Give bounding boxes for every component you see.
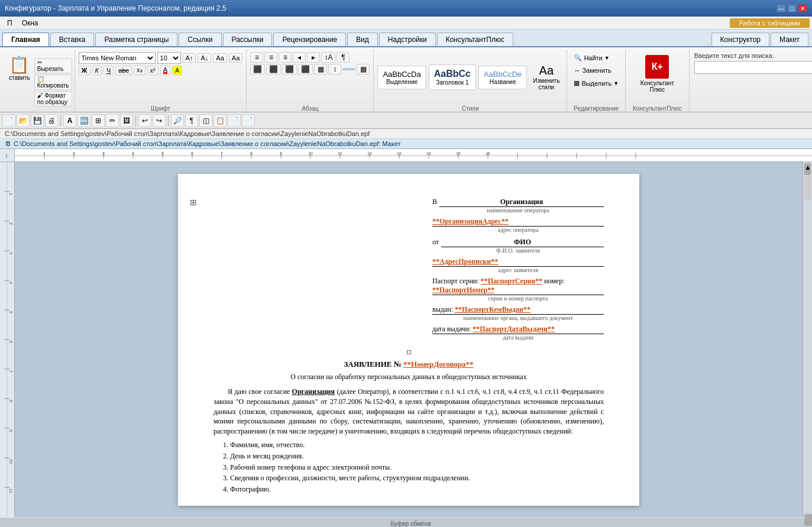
paragraph-marks-button[interactable]: ¶	[185, 114, 198, 127]
align-left-button[interactable]: ⬛	[250, 64, 265, 75]
close-button[interactable]: ✕	[798, 4, 807, 12]
doc-paragraph-1: Я даю свое согласие Организация (далее О…	[213, 387, 604, 437]
select-button[interactable]: ▦ Выделить ▼	[571, 77, 622, 89]
redo-button[interactable]: ↪	[153, 114, 166, 127]
new-button[interactable]: 📄	[2, 114, 15, 127]
align-right-button[interactable]: ⬛	[282, 64, 297, 75]
minimize-button[interactable]: —	[777, 4, 786, 12]
document-area[interactable]: ⊞ В Организация наименование оператора *…	[15, 162, 803, 518]
superscript-button[interactable]: x²	[147, 66, 158, 75]
save-button[interactable]: 💾	[31, 114, 44, 127]
styles-group: AaBbCcDa Выделение AaBbCc Заголовок 1 Aa…	[374, 50, 567, 112]
style-heading2-button[interactable]: AaBbCcDe Название	[478, 66, 527, 89]
open-button[interactable]: 📂	[17, 114, 30, 127]
font-size-select[interactable]: 10	[157, 52, 181, 64]
menu-item-okna[interactable]: Окна	[17, 18, 43, 28]
paste-button[interactable]: 📋 ставить	[5, 52, 34, 112]
sort-button[interactable]: ↕A	[321, 52, 335, 63]
addr-propiski-field: **АдресПрописки**	[432, 257, 604, 267]
bold-button[interactable]: Ж	[79, 66, 90, 75]
underline-button[interactable]: Ч	[103, 66, 114, 75]
tab-konsultant[interactable]: КонсультантПлюс	[437, 33, 513, 46]
style-normal-button[interactable]: AaBbCcDa Выделение	[377, 66, 426, 89]
list-item-3: 3. Рабочий номер телефона и адрес электр…	[223, 463, 604, 473]
replace-icon: ↔	[574, 67, 580, 74]
copy2-button[interactable]: 📋	[213, 114, 227, 127]
italic-button[interactable]: К	[92, 66, 102, 75]
doc-button[interactable]: 📄	[228, 114, 241, 127]
maximize-button[interactable]: □	[787, 4, 797, 12]
font-name-select[interactable]: Times New Roman	[79, 52, 156, 64]
copy-button[interactable]: 📋 Копировать	[34, 75, 72, 90]
strikethrough-button[interactable]: abc	[115, 66, 132, 75]
doc2-button[interactable]: 📄	[242, 114, 255, 127]
decrease-indent-button[interactable]: ◂	[293, 52, 306, 63]
undo-button[interactable]: ↩	[138, 114, 151, 127]
subscript-button[interactable]: x₂	[134, 65, 145, 75]
passport-sublabel: серия и номер паспорта	[432, 295, 604, 302]
find-icon: 🔍	[574, 54, 582, 62]
tab-review[interactable]: Рецензирование	[273, 33, 346, 46]
text-color-button[interactable]: A	[160, 65, 170, 75]
menu-bar: П Окна Работа с таблицами	[0, 17, 812, 30]
clear-format-button[interactable]: Аа	[213, 53, 227, 63]
find-button[interactable]: 🔍 Найти ▼	[571, 52, 622, 63]
highlight-button[interactable]: A	[172, 66, 182, 75]
zoom-button[interactable]: 🔎	[171, 114, 184, 127]
bullets-button[interactable]: ≡	[250, 52, 263, 63]
print-button[interactable]: 🖨	[45, 114, 58, 127]
shading-button[interactable]	[342, 68, 355, 70]
borders-button[interactable]: ▦	[357, 64, 370, 75]
scrollbar-thumb[interactable]	[804, 176, 811, 200]
A-button[interactable]: A	[63, 114, 76, 127]
konsultant-button[interactable]: К+ КонсультантПлюс	[635, 52, 680, 96]
multilevel-button[interactable]: ≡	[279, 52, 292, 63]
tab-page-layout[interactable]: Разметка страницы	[95, 33, 177, 46]
tab-addins[interactable]: Надстройки	[379, 33, 436, 46]
svg-text:5: 5	[9, 311, 13, 313]
ruler-svg: 1 2 3 4 5 6 7 8 9 10 11 12 13 14 15 16	[15, 149, 812, 162]
ruler-inner: 1 2 3 4 5 6 7 8 9 10 11 12 13 14 15 16	[15, 149, 812, 161]
draw-button[interactable]: ✏	[106, 114, 119, 127]
select-label: Выделить	[581, 80, 612, 87]
cut-button[interactable]: ✂ Вырезать	[34, 58, 72, 73]
box-button[interactable]: ◫	[199, 114, 212, 127]
grow-font-button[interactable]: A↑	[183, 53, 196, 63]
tab-constructor[interactable]: Конструктор	[711, 33, 769, 46]
find-label: Найти	[584, 54, 602, 62]
title-text: Конфигуратор - Зарплата и Управление Пер…	[5, 4, 226, 12]
tab-maket[interactable]: Макет	[771, 33, 808, 46]
scrollbar-down-button[interactable]: ▼	[804, 514, 812, 518]
line-spacing-button[interactable]: ↕	[328, 64, 341, 75]
svg-text:14: 14	[426, 151, 431, 156]
svg-text:9: 9	[9, 429, 13, 432]
columns-button[interactable]: ▦	[314, 64, 327, 75]
style-heading1-button[interactable]: AaBbCc Заголовок 1	[429, 64, 476, 90]
change-styles-button[interactable]: Аа Изменитьстили	[529, 62, 563, 92]
search-input[interactable]	[694, 61, 812, 74]
text-format-button[interactable]: 🔤	[77, 114, 90, 127]
numbering-button[interactable]: ≡	[264, 52, 277, 63]
shrink-font-button[interactable]: A↓	[198, 53, 211, 63]
increase-indent-button[interactable]: ▸	[307, 52, 320, 63]
tab-mailings[interactable]: Рассылки	[223, 33, 273, 46]
tab-home[interactable]: Главная	[2, 33, 49, 46]
change-case-button[interactable]: Аа	[229, 53, 243, 63]
expand-icon[interactable]: ⊞	[190, 198, 197, 208]
ruler-corner[interactable]: L	[0, 149, 14, 162]
menu-item-p[interactable]: П	[2, 18, 17, 28]
show-marks-button[interactable]: ¶	[337, 52, 350, 63]
align-center-button[interactable]: ⬛	[266, 64, 281, 75]
format-painter-button[interactable]: 🖌 Формат по образцу	[34, 91, 72, 106]
vertical-scrollbar[interactable]: ▲ ▼	[803, 162, 812, 518]
tab-view[interactable]: Вид	[347, 33, 378, 46]
replace-button[interactable]: ↔ Заменить	[571, 65, 622, 76]
tab-insert[interactable]: Вставка	[50, 33, 95, 46]
svg-text:7: 7	[9, 370, 13, 373]
justify-button[interactable]: ⬛	[298, 64, 313, 75]
table-button[interactable]: ⊞	[92, 114, 105, 127]
svg-text:6: 6	[191, 151, 193, 156]
tab-links[interactable]: Ссылки	[179, 33, 221, 46]
picture-button[interactable]: 🖼	[120, 114, 133, 127]
scrollbar-up-button[interactable]: ▲	[804, 163, 811, 175]
